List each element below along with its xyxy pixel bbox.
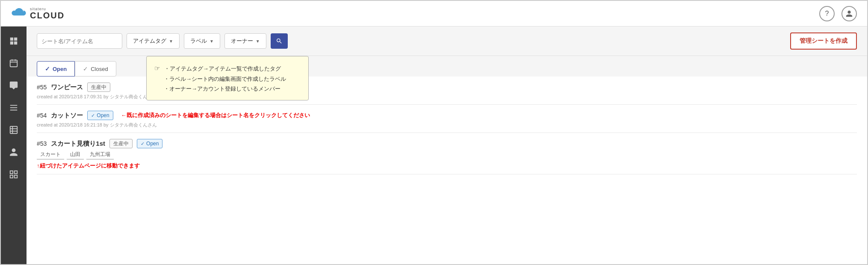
label-filter-button[interactable]: ラベル ▼ <box>184 33 220 49</box>
svg-rect-16 <box>15 171 17 174</box>
search-input[interactable] <box>37 33 122 49</box>
sidebar-item-chat[interactable] <box>4 76 23 95</box>
sheet-53-tags: スカート 山田 九州工場 <box>37 151 857 159</box>
sheet-54-name[interactable]: カットソー <box>51 112 83 120</box>
sheet-53-name[interactable]: スカート見積り1st <box>51 140 105 148</box>
open-badge-check-icon: ✓ <box>91 113 95 118</box>
sheet-item-54: #54 カットソー ✓ Open ←既に作成済みのシートを編集する場合はシート名… <box>37 105 857 133</box>
sheet-55-number: #55 <box>37 84 47 91</box>
tag-kyushu[interactable]: 九州工場 <box>86 151 114 159</box>
svg-rect-17 <box>10 175 13 178</box>
sidebar-item-calendar[interactable] <box>4 54 23 73</box>
logo: sitateru CLOUD <box>11 7 65 20</box>
sidebar-item-grid[interactable] <box>4 32 23 50</box>
sheet-53-open-label: Open <box>146 141 159 147</box>
item-tag-caret-icon: ▼ <box>169 39 173 44</box>
sheet-54-open-badge: ✓ Open <box>87 111 113 120</box>
closed-check-icon: ✓ <box>83 65 88 72</box>
sheet-53-open-check-icon: ✓ <box>141 141 145 147</box>
sheet-53-open-badge: ✓ Open <box>137 139 162 148</box>
tag-skirt[interactable]: スカート <box>37 151 64 159</box>
sheet-54-open-label: Open <box>97 112 109 118</box>
sheet-55-name[interactable]: ワンピース <box>51 83 83 91</box>
owner-filter-button[interactable]: オーナー ▼ <box>224 33 266 49</box>
label-caret-icon: ▼ <box>210 39 214 44</box>
sheet-54-number: #54 <box>37 112 47 119</box>
sidebar-item-person[interactable] <box>4 143 23 162</box>
tab-closed-label: Closed <box>91 66 108 72</box>
owner-filter-label: オーナー <box>231 37 253 45</box>
tab-open-label: Open <box>53 66 67 72</box>
tag-yamada[interactable]: 山田 <box>67 151 84 159</box>
hand-pointer-icon: ☞ <box>154 65 160 72</box>
svg-rect-3 <box>14 41 17 44</box>
sheet-54-created: created at 2020/12/18 16:21:18 by シタテル商会… <box>37 122 857 128</box>
open-check-icon: ✓ <box>45 65 50 72</box>
svg-rect-0 <box>10 38 13 41</box>
sheet-53-bottom-annotation: ↑紐づけたアイテムページに移動できます <box>37 162 857 170</box>
help-button[interactable]: ? <box>819 6 835 21</box>
tooltip-popup: ☞ ・アイテムタグ→アイテム一覧で作成したタグ ・ラベル→シート内の編集画面で作… <box>146 56 309 100</box>
sheet-54-annotation: ←既に作成済みのシートを編集する場合はシート名をクリックしてください <box>121 112 310 119</box>
owner-caret-icon: ▼ <box>256 39 260 44</box>
logo-cloud: CLOUD <box>30 11 65 20</box>
label-filter-label: ラベル <box>190 37 207 45</box>
tooltip-line3: ・オーナー→アカウント登録しているメンバー <box>164 85 280 92</box>
create-sheet-button[interactable]: 管理シートを作成 <box>790 32 857 50</box>
item-tag-filter-label: アイテムタグ <box>133 37 166 45</box>
sidebar-item-grid2[interactable] <box>4 165 23 184</box>
tab-open[interactable]: ✓ Open <box>37 61 75 77</box>
svg-rect-11 <box>10 127 18 134</box>
sidebar <box>1 26 27 264</box>
sheet-53-seisan-badge: 生産中 <box>109 139 133 148</box>
sheet-55-seisan-badge: 生産中 <box>87 82 110 92</box>
account-button[interactable] <box>841 6 857 21</box>
sidebar-item-table[interactable] <box>4 121 23 139</box>
tooltip-line2: ・ラベル→シート内の編集画面で作成したラベル <box>164 76 286 82</box>
sheet-53-number: #53 <box>37 140 47 147</box>
svg-rect-1 <box>14 38 17 41</box>
search-button[interactable] <box>271 33 288 49</box>
tooltip-line1: ・アイテムタグ→アイテム一覧で作成したタグ <box>164 65 281 72</box>
svg-rect-2 <box>10 41 13 44</box>
svg-rect-18 <box>15 175 17 178</box>
toolbar: アイテムタグ ▼ ラベル ▼ オーナー ▼ 管理シートを作成 <box>27 26 867 56</box>
svg-rect-4 <box>10 60 18 67</box>
sheet-item-53: #53 スカート見積り1st 生産中 ✓ Open スカート 山田 九州工場 ↑… <box>37 133 857 174</box>
svg-rect-15 <box>10 171 13 174</box>
sheet-list: #55 ワンピース 生産中 created at 2020/12/18 17:0… <box>27 77 867 264</box>
tab-closed[interactable]: ✓ Closed <box>75 61 116 77</box>
sidebar-item-list[interactable] <box>4 98 23 117</box>
item-tag-filter-button[interactable]: アイテムタグ ▼ <box>127 33 180 49</box>
